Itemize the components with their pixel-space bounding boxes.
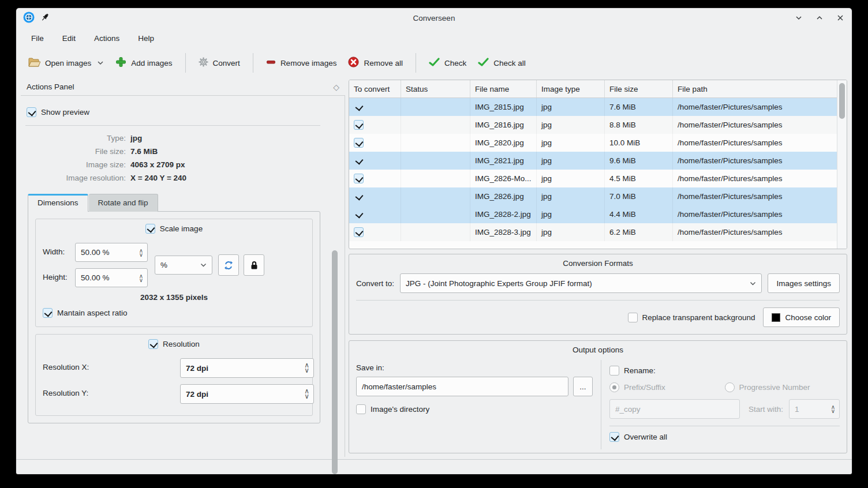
maintain-aspect-ratio-checkbox[interactable]: Mantain aspect ratio bbox=[43, 308, 128, 318]
progressive-number-radio[interactable]: Progressive Number bbox=[725, 382, 840, 392]
spin-arrows-icon[interactable]: ∧∨ bbox=[304, 389, 309, 399]
maximize-icon[interactable] bbox=[815, 13, 824, 22]
file-name-cell: IMG_2828-3.jpg bbox=[470, 223, 537, 241]
to-convert-cell[interactable] bbox=[349, 205, 401, 223]
height-spinner[interactable]: 50.00 % ∧∨ bbox=[75, 268, 148, 287]
browse-button[interactable]: ... bbox=[573, 377, 593, 396]
status-cell bbox=[401, 134, 470, 152]
column-header-to-convert[interactable]: To convert bbox=[349, 80, 401, 97]
spin-arrows-icon[interactable]: ∧∨ bbox=[831, 405, 835, 413]
row-checkbox[interactable] bbox=[354, 174, 364, 183]
row-checkbox[interactable] bbox=[354, 120, 364, 130]
table-row[interactable]: IMG_2826.jpgjpg7.0 MiB/home/faster/Pictu… bbox=[349, 187, 837, 205]
row-checkbox[interactable] bbox=[354, 156, 364, 166]
width-spinner[interactable]: 50.00 % ∧∨ bbox=[75, 243, 148, 262]
convert-to-label: Convert to: bbox=[356, 279, 394, 288]
column-header-file-size[interactable]: File size bbox=[605, 80, 673, 97]
resolution-x-spinner[interactable]: 72 dpi ∧∨ bbox=[180, 358, 314, 378]
spin-arrows-icon[interactable]: ∧∨ bbox=[304, 363, 309, 373]
output-options-pane: Output options Save in: ... Image's dire… bbox=[349, 340, 847, 453]
menu-actions[interactable]: Actions bbox=[87, 32, 126, 45]
menu-edit[interactable]: Edit bbox=[55, 32, 83, 45]
file-size-cell: 7.6 MiB bbox=[605, 98, 673, 116]
convert-button[interactable]: Convert bbox=[193, 52, 246, 73]
scale-group: Scale image Width: 50.00 % ∧∨ Height: 50… bbox=[35, 219, 313, 327]
to-convert-cell[interactable] bbox=[349, 116, 401, 134]
spin-arrows-icon[interactable]: ∧∨ bbox=[139, 249, 143, 257]
save-in-input[interactable] bbox=[356, 377, 568, 396]
close-icon[interactable] bbox=[836, 13, 845, 22]
column-header-status[interactable]: Status bbox=[401, 80, 470, 97]
status-cell bbox=[401, 187, 470, 205]
table-row[interactable]: IMG_2816.jpgjpg8.8 MiB/home/faster/Pictu… bbox=[349, 116, 837, 134]
progressive-number-label: Progressive Number bbox=[739, 383, 810, 392]
choose-color-button[interactable]: Choose color bbox=[763, 307, 840, 327]
open-images-button[interactable]: Open images bbox=[22, 52, 110, 74]
sync-icon bbox=[224, 261, 233, 270]
column-header-image-type[interactable]: Image type bbox=[537, 80, 605, 97]
row-checkbox[interactable] bbox=[354, 227, 364, 237]
table-header: To convertStatusFile nameImage typeFile … bbox=[349, 80, 837, 98]
to-convert-cell[interactable] bbox=[349, 152, 401, 170]
column-header-file-name[interactable]: File name bbox=[470, 80, 537, 97]
file-name-cell: IMG_2816.jpg bbox=[470, 116, 537, 134]
convert-label: Convert bbox=[213, 59, 240, 67]
panel-scrollbar-thumb[interactable] bbox=[332, 250, 338, 474]
file-name-cell: IMG_2826.jpg bbox=[470, 187, 537, 205]
images-settings-button[interactable]: Images settings bbox=[768, 273, 840, 293]
resolution-checkbox[interactable]: Resolution bbox=[148, 339, 200, 349]
spin-arrows-icon[interactable]: ∧∨ bbox=[139, 274, 143, 282]
resolution-y-spinner[interactable]: 72 dpi ∧∨ bbox=[180, 384, 314, 404]
table-row[interactable]: IMG_2828-2.jpgjpg4.4 MiB/home/faster/Pic… bbox=[349, 205, 837, 223]
table-row[interactable]: IMG_2828-3.jpgjpg6.2 MiB/home/faster/Pic… bbox=[349, 223, 837, 241]
to-convert-cell[interactable] bbox=[349, 223, 401, 241]
row-checkbox[interactable] bbox=[354, 192, 364, 201]
images-directory-checkbox[interactable]: Image's directory bbox=[356, 404, 593, 414]
tab-dimensions[interactable]: Dimensions bbox=[28, 194, 88, 212]
to-convert-cell[interactable] bbox=[349, 187, 401, 205]
remove-all-button[interactable]: Remove all bbox=[342, 52, 409, 74]
status-bar bbox=[16, 459, 852, 474]
format-combobox[interactable]: JPG - (Joint Photographic Experts Group … bbox=[400, 273, 762, 293]
remove-images-button[interactable]: Remove images bbox=[260, 52, 343, 73]
tab-rotate-and-flip[interactable]: Rotate and flip bbox=[89, 194, 158, 212]
image-resolution-value: X = 240 Y = 240 bbox=[130, 174, 323, 182]
table-row[interactable]: IMG_2820.jpgjpg10.0 MiB/home/faster/Pict… bbox=[349, 134, 837, 152]
table-row[interactable]: IMG_2821.jpgjpg9.6 MiB/home/faster/Pictu… bbox=[349, 152, 837, 170]
replace-transparent-background-checkbox[interactable]: Replace transparent background bbox=[628, 313, 755, 322]
resolution-x-value: 72 dpi bbox=[186, 364, 208, 373]
table-scrollbar-thumb[interactable] bbox=[839, 83, 845, 119]
table-row[interactable]: IMG_2826-Mo...jpg4.5 MiB/home/faster/Pic… bbox=[349, 170, 837, 187]
sync-dimensions-button[interactable] bbox=[218, 254, 239, 276]
start-with-spinner[interactable]: 1 ∧∨ bbox=[789, 399, 840, 419]
row-checkbox[interactable] bbox=[354, 102, 364, 112]
overwrite-all-checkbox[interactable]: Overwrite all bbox=[609, 432, 840, 442]
add-images-button[interactable]: Add images bbox=[110, 52, 178, 74]
scale-image-checkbox[interactable]: Scale image bbox=[145, 224, 203, 234]
remove-images-label: Remove images bbox=[280, 59, 337, 67]
lock-aspect-button[interactable] bbox=[244, 254, 264, 276]
table-scrollbar[interactable] bbox=[837, 80, 847, 249]
to-convert-cell[interactable] bbox=[349, 170, 401, 187]
image-type-cell: jpg bbox=[537, 134, 605, 152]
check-all-button[interactable]: Check all bbox=[472, 53, 532, 73]
check-button[interactable]: Check bbox=[423, 53, 472, 73]
to-convert-cell[interactable] bbox=[349, 98, 401, 116]
row-checkbox[interactable] bbox=[354, 209, 364, 219]
menu-file[interactable]: File bbox=[24, 32, 51, 45]
minimize-icon[interactable] bbox=[794, 13, 803, 22]
window-title: Converseen bbox=[16, 14, 852, 22]
table-row[interactable]: IMG_2815.jpgjpg7.6 MiB/home/faster/Pictu… bbox=[349, 98, 837, 116]
column-header-file-path[interactable]: File path bbox=[673, 80, 837, 97]
toolbar-separator bbox=[416, 53, 416, 73]
to-convert-cell[interactable] bbox=[349, 134, 401, 152]
rename-pattern-input[interactable] bbox=[609, 399, 740, 419]
show-preview-checkbox[interactable]: Show preview bbox=[27, 107, 320, 117]
prefix-suffix-radio[interactable]: Prefix/Suffix bbox=[609, 382, 725, 392]
unit-combobox[interactable]: % bbox=[155, 256, 212, 275]
menu-help[interactable]: Help bbox=[131, 32, 161, 45]
rename-checkbox[interactable]: Rename: bbox=[609, 366, 840, 376]
row-checkbox[interactable] bbox=[354, 138, 364, 148]
file-name-cell: IMG_2815.jpg bbox=[470, 98, 537, 116]
float-panel-icon[interactable]: ◇ bbox=[333, 82, 339, 92]
